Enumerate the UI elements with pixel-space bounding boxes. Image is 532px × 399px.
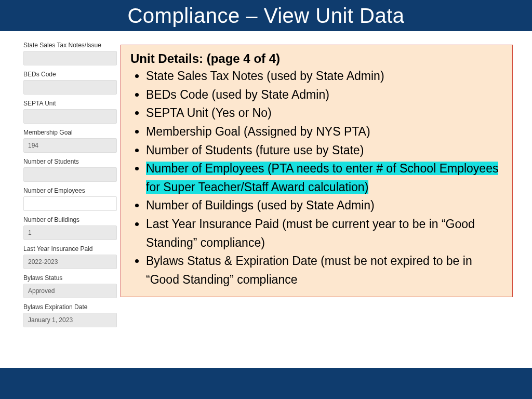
field-input[interactable] — [23, 313, 117, 327]
field-input[interactable] — [23, 80, 117, 95]
callout-item: Number of Buildings (used by State Admin… — [146, 196, 503, 215]
field-input[interactable] — [23, 109, 117, 124]
callout-item: Number of Employees (PTA needs to enter … — [146, 159, 503, 196]
callout-item: Bylaws Status & Expiration Date (must be… — [146, 252, 503, 289]
field-input[interactable] — [23, 167, 117, 182]
callout-item: BEDs Code (used by State Admin) — [146, 86, 503, 104]
callout-item: Number of Students (future use by State) — [146, 141, 503, 160]
field-input[interactable] — [23, 255, 117, 269]
callout-box: Unit Details: (page 4 of 4) State Sales … — [121, 45, 513, 297]
field-input[interactable] — [23, 196, 117, 211]
highlighted-text: Number of Employees (PTA needs to enter … — [146, 162, 498, 194]
field-label: Bylaws Expiration Date — [23, 303, 158, 311]
callout-list: State Sales Tax Notes (used by State Adm… — [130, 67, 503, 289]
field-input[interactable] — [23, 51, 117, 65]
field-input[interactable] — [23, 138, 117, 153]
callout-item: Membership Goal (Assigned by NYS PTA) — [146, 123, 503, 141]
callout-item: Last Year Insurance Paid (must be curren… — [146, 215, 503, 252]
callout-item: State Sales Tax Notes (used by State Adm… — [146, 67, 503, 86]
form-field: Bylaws Expiration Date — [23, 303, 158, 327]
slide-header: Compliance – View Unit Data — [0, 0, 532, 31]
field-input[interactable] — [23, 225, 117, 240]
slide-footer — [0, 368, 532, 399]
callout-title: Unit Details: (page 4 of 4) — [130, 51, 503, 66]
page-title: Compliance – View Unit Data — [127, 4, 404, 28]
callout-item: SEPTA Unit (Yes or No) — [146, 104, 503, 123]
slide-content: State Sales Tax Notes/IssueBEDs CodeSEPT… — [0, 31, 532, 368]
field-input[interactable] — [23, 284, 117, 298]
